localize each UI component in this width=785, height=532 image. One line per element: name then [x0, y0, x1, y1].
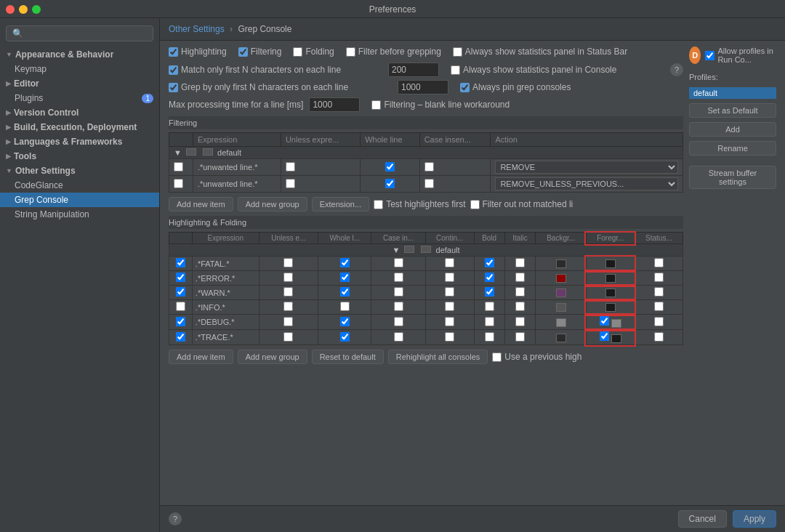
filtering-blank-check[interactable]: Filtering – blank line workaround [371, 100, 683, 110]
hl-trace-italic[interactable] [504, 330, 536, 345]
hl-fatal-case[interactable] [371, 257, 425, 271]
hl-info-check[interactable] [169, 300, 193, 315]
collapse-icon[interactable]: ▼ [174, 148, 182, 157]
highlighting-checkbox[interactable] [169, 47, 178, 57]
max-processing-input[interactable] [309, 97, 360, 112]
always-pin-check[interactable]: Always pin grep consoles [460, 82, 683, 92]
hl-trace-fg[interactable] [586, 330, 635, 345]
hl-fatal-status[interactable] [635, 257, 683, 271]
apply-button[interactable]: Apply [733, 510, 776, 528]
test-highlighters-check[interactable]: Test highlighters first [374, 199, 465, 209]
hl-fatal-unless[interactable] [259, 257, 318, 271]
filter-row-whole-1[interactable] [361, 159, 419, 176]
hl-error-whole[interactable] [318, 271, 371, 286]
hl-info-fg[interactable] [586, 300, 635, 315]
sidebar-item-version-control[interactable]: ▶ Version Control [0, 105, 159, 120]
folding-check[interactable]: Folding [293, 47, 334, 57]
hl-fatal-fg[interactable] [586, 257, 635, 271]
filter-not-matched-checkbox[interactable] [470, 200, 480, 209]
hl-fatal-italic[interactable] [504, 257, 536, 271]
sidebar-item-plugins[interactable]: Plugins 1 [0, 91, 159, 105]
hl-debug-whole[interactable] [318, 315, 371, 330]
hl-error-bg[interactable] [536, 271, 586, 286]
sidebar-item-other-settings[interactable]: ▼ Other Settings [0, 164, 159, 178]
rename-profile-button[interactable]: Rename [689, 141, 776, 156]
filter-row-whole-2[interactable] [361, 176, 419, 193]
filter-action-select-1[interactable]: REMOVE [495, 161, 678, 174]
filtering-blank-checkbox[interactable] [371, 100, 381, 110]
grep-first-n-input[interactable] [398, 80, 448, 94]
hl-trace-fg-swatch[interactable] [611, 334, 621, 343]
hl-fatal-contin[interactable] [425, 257, 474, 271]
test-highlighters-checkbox[interactable] [374, 200, 383, 209]
filter-before-grepping-checkbox[interactable] [346, 47, 355, 57]
folding-checkbox[interactable] [293, 47, 302, 57]
sidebar-item-editor[interactable]: ▶ Editor [0, 76, 159, 91]
hl-trace-unless[interactable] [259, 330, 318, 345]
sidebar-item-tools[interactable]: ▶ Tools [0, 149, 159, 164]
search-box[interactable]: 🔍 [6, 25, 153, 41]
hl-trace-whole[interactable] [318, 330, 371, 345]
allow-profiles-check[interactable]: Allow profiles in Run Co... [705, 47, 776, 64]
hl-fatal-check[interactable] [169, 257, 193, 271]
hl-info-bold[interactable] [474, 300, 504, 315]
hl-fatal-fg-swatch[interactable] [605, 259, 616, 268]
hl-trace-bg[interactable] [536, 330, 586, 345]
hl-debug-status[interactable] [635, 315, 683, 330]
add-new-item-bottom-button[interactable]: Add new item [169, 350, 233, 364]
maximize-button[interactable] [32, 5, 41, 14]
filter-action-select-2[interactable]: REMOVE_UNLESS_PREVIOUS... [495, 177, 678, 190]
hl-warn-fg[interactable] [586, 286, 635, 300]
hl-trace-contin[interactable] [425, 330, 474, 345]
hl-fatal-bg-swatch[interactable] [556, 259, 566, 268]
breadcrumb-parent[interactable]: Other Settings [169, 24, 225, 34]
hl-error-italic[interactable] [504, 271, 536, 286]
always-pin-checkbox[interactable] [460, 83, 470, 92]
sidebar-item-appearance-behavior[interactable]: ▼ Appearance & Behavior [0, 47, 159, 62]
always-show-status-check[interactable]: Always show statistics panel in Status B… [453, 47, 627, 57]
extension-button[interactable]: Extension... [312, 197, 369, 211]
sidebar-item-string-manipulation[interactable]: String Manipulation [0, 207, 159, 222]
filter-row-unless-1[interactable] [281, 159, 360, 176]
rehighlight-all-button[interactable]: Rehighlight all consoles [388, 350, 488, 364]
hl-trace-bold[interactable] [474, 330, 504, 345]
hl-fatal-bold[interactable] [474, 257, 504, 271]
sidebar-item-build-exec[interactable]: ▶ Build, Execution, Deployment [0, 120, 159, 134]
grep-first-n-checkbox[interactable] [169, 83, 178, 92]
filtering-checkbox[interactable] [238, 47, 248, 57]
filter-row-check-2[interactable] [169, 176, 193, 193]
set-as-default-button[interactable]: Set as Default [689, 103, 776, 118]
hl-debug-bg[interactable] [536, 315, 586, 330]
hl-debug-check[interactable] [169, 315, 193, 330]
hl-info-bg-swatch[interactable] [556, 303, 566, 312]
hl-trace-check[interactable] [169, 330, 193, 345]
hl-warn-bold[interactable] [474, 286, 504, 300]
help-button[interactable]: ? [670, 63, 683, 76]
hl-warn-italic[interactable] [504, 286, 536, 300]
hl-info-unless[interactable] [259, 300, 318, 315]
hl-collapse-icon[interactable]: ▼ [392, 246, 400, 254]
filter-row-unless-2[interactable] [281, 176, 360, 193]
hl-error-status[interactable] [635, 271, 683, 286]
hl-debug-bg-swatch[interactable] [556, 318, 566, 327]
sidebar-item-grep-console[interactable]: Grep Console [0, 193, 159, 207]
hl-debug-fg-swatch[interactable] [611, 319, 621, 328]
always-show-console-check[interactable]: Always show statistics panel in Console [451, 65, 664, 75]
hl-debug-unless[interactable] [259, 315, 318, 330]
allow-profiles-checkbox[interactable] [705, 51, 714, 60]
stream-buffer-button[interactable]: Stream buffer settings [689, 166, 776, 189]
add-new-group-filter-button[interactable]: Add new group [238, 197, 307, 211]
filter-row-check-1[interactable] [169, 159, 193, 176]
sidebar-item-keymap[interactable]: Keymap [0, 62, 159, 76]
hl-info-case[interactable] [371, 300, 425, 315]
match-first-n-checkbox[interactable] [169, 65, 178, 75]
hl-info-italic[interactable] [504, 300, 536, 315]
hl-warn-whole[interactable] [318, 286, 371, 300]
cancel-button[interactable]: Cancel [678, 510, 727, 528]
hl-error-unless[interactable] [259, 271, 318, 286]
hl-trace-case[interactable] [371, 330, 425, 345]
sidebar-item-languages[interactable]: ▶ Languages & Frameworks [0, 134, 159, 149]
hl-warn-bg[interactable] [536, 286, 586, 300]
hl-trace-bg-swatch[interactable] [556, 334, 566, 342]
hl-error-contin[interactable] [425, 271, 474, 286]
